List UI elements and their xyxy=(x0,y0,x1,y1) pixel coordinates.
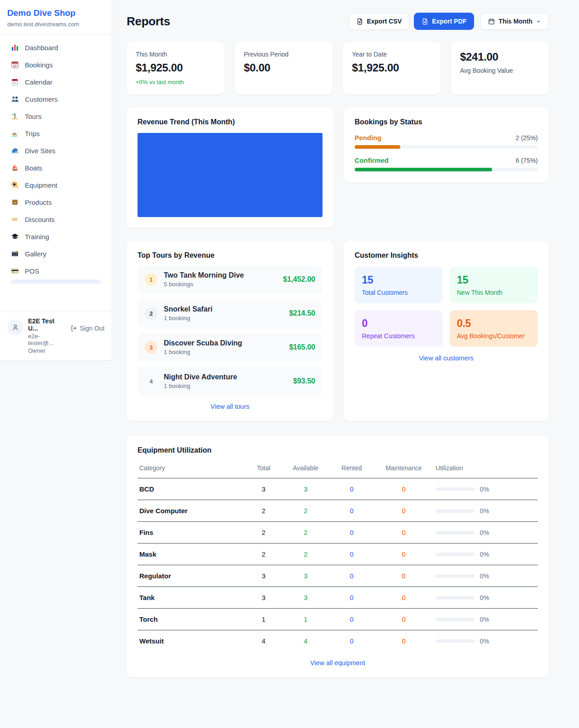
tour-info: Discover Scuba Diving 1 booking xyxy=(164,339,283,355)
equipment-utilization-title: Equipment Utilization xyxy=(138,446,538,454)
sidebar-item-products[interactable]: Products xyxy=(5,194,106,211)
user-role: Owner xyxy=(28,347,66,354)
customer-insights-card: Customer Insights 15 Total Customers 15 … xyxy=(344,241,549,421)
view-all-customers-link[interactable]: View all customers xyxy=(355,355,538,362)
utilization-bar xyxy=(436,639,475,643)
stat-card-year-to-date: Year to Date $1,925.00 xyxy=(343,42,441,95)
table-header-row: Category Total Available Rented Maintena… xyxy=(138,461,538,478)
tour-bookings: 1 booking xyxy=(164,315,283,321)
table-row: Fins 2 2 0 0 0% xyxy=(138,522,538,544)
insight-new-this-month: 15 New This Month xyxy=(450,267,538,303)
stat-label: Previous Period xyxy=(244,51,323,58)
utilization-percent: 0% xyxy=(480,638,489,645)
revenue-trend-bar xyxy=(138,133,323,217)
tour-row[interactable]: 4 Night Dive Adventure 1 booking $93.50 xyxy=(138,367,323,395)
cell-total: 4 xyxy=(246,630,282,652)
column-header-maintenance: Maintenance xyxy=(374,461,434,478)
column-header-category: Category xyxy=(138,461,246,478)
tour-bookings: 1 booking xyxy=(164,349,283,355)
user-meta: E2E Test U... e2e-tester@... Owner xyxy=(28,317,66,354)
cell-category: Wetsuit xyxy=(138,630,246,652)
sailboat-icon xyxy=(11,164,19,172)
insight-label: Avg Bookings/Customer xyxy=(457,332,531,340)
file-download-icon xyxy=(422,18,428,25)
status-count: 2 (25%) xyxy=(516,134,538,142)
export-csv-button[interactable]: Export CSV xyxy=(349,13,409,30)
cell-rented: 0 xyxy=(330,587,374,609)
sidebar-item-training[interactable]: Training xyxy=(5,228,106,245)
tour-info: Snorkel Safari 1 booking xyxy=(164,305,283,321)
cell-maintenance: 0 xyxy=(374,478,434,500)
file-download-icon xyxy=(356,18,363,25)
sidebar-item-label: Gallery xyxy=(25,250,47,258)
sidebar-item-label: Trips xyxy=(25,130,40,137)
camera-icon xyxy=(11,250,19,258)
sidebar-item-boats[interactable]: Boats xyxy=(5,159,106,176)
status-bar-fill xyxy=(355,145,400,149)
sidebar-item-partial-active[interactable] xyxy=(11,279,101,284)
tear-calendar-icon xyxy=(11,78,19,86)
status-bar-fill xyxy=(355,168,492,171)
insight-avg-bookings: 0.5 Avg Bookings/Customer xyxy=(450,310,538,347)
user-section: E2E Test U... e2e-tester@... Owner Sign … xyxy=(0,311,112,360)
utilization-bar xyxy=(436,531,475,534)
view-all-equipment-link[interactable]: View all equipment xyxy=(138,659,538,667)
sign-out-button[interactable]: Sign Out xyxy=(70,325,104,332)
insight-grid: 15 Total Customers 15 New This Month 0 R… xyxy=(355,267,538,347)
sidebar-item-customers[interactable]: Customers xyxy=(5,90,106,108)
sign-out-label: Sign Out xyxy=(80,325,104,332)
sidebar-item-equipment[interactable]: Equipment xyxy=(5,176,106,194)
equipment-table: Category Total Available Rented Maintena… xyxy=(138,461,538,652)
cell-utilization: 0% xyxy=(434,522,538,544)
sidebar-item-bookings[interactable]: 17 Bookings xyxy=(5,56,106,73)
sidebar-item-label: Customers xyxy=(25,95,58,103)
tour-amount: $165.00 xyxy=(289,343,315,351)
cell-category: Dive Computer xyxy=(138,500,246,522)
stat-card-avg-booking-value: $241.00 Avg Booking Value xyxy=(451,42,549,95)
tour-info: Night Dive Adventure 1 booking xyxy=(164,373,287,389)
user-email: e2e-tester@... xyxy=(28,333,66,346)
table-row: Wetsuit 4 4 0 0 0% xyxy=(138,630,538,652)
wave-icon xyxy=(11,147,19,155)
status-bar-track xyxy=(355,145,538,149)
charts-row: Revenue Trend (This Month) Bookings by S… xyxy=(127,107,549,228)
tour-name: Two Tank Morning Dive xyxy=(164,271,277,279)
sidebar-item-discounts[interactable]: Discounts xyxy=(5,211,106,228)
stat-card-previous-period: Previous Period $0.00 xyxy=(235,42,332,95)
tour-row[interactable]: 1 Two Tank Morning Dive 5 bookings $1,45… xyxy=(138,265,323,293)
rank-badge: 2 xyxy=(145,307,157,320)
cell-category: Mask xyxy=(138,544,246,565)
utilization-percent: 0% xyxy=(480,551,489,558)
sidebar-item-dive-sites[interactable]: Dive Sites xyxy=(5,142,106,159)
sidebar-item-gallery[interactable]: Gallery xyxy=(5,245,106,262)
sidebar-item-trips[interactable]: Trips xyxy=(5,125,106,142)
shop-domain: demo.test.divestreams.com xyxy=(7,21,104,28)
tour-bookings: 1 booking xyxy=(164,383,287,389)
view-all-tours-link[interactable]: View all tours xyxy=(138,403,323,410)
utilization-percent: 0% xyxy=(480,529,489,536)
insight-value: 0.5 xyxy=(457,317,531,330)
shop-header: Demo Dive Shop demo.test.divestreams.com xyxy=(0,0,112,34)
tour-info: Two Tank Morning Dive 5 bookings xyxy=(164,271,277,288)
tour-row[interactable]: 2 Snorkel Safari 1 booking $214.50 xyxy=(138,299,323,327)
sidebar-item-calendar[interactable]: Calendar xyxy=(5,73,106,90)
main-content: Reports Export CSV Export PDF This Month… xyxy=(112,0,579,695)
export-pdf-button[interactable]: Export PDF xyxy=(414,13,474,30)
period-select[interactable]: This Month xyxy=(480,13,549,30)
column-header-available: Available xyxy=(282,461,330,478)
tour-row[interactable]: 3 Discover Scuba Diving 1 booking $165.0… xyxy=(138,333,323,361)
cell-utilization: 0% xyxy=(434,544,538,565)
cell-rented: 0 xyxy=(330,500,374,522)
top-tours-title: Top Tours by Revenue xyxy=(138,251,323,260)
sidebar-item-dashboard[interactable]: Dashboard xyxy=(5,39,106,56)
sidebar-item-pos[interactable]: POS xyxy=(5,262,106,279)
export-pdf-label: Export PDF xyxy=(432,18,466,25)
utilization-percent: 0% xyxy=(480,616,489,623)
table-row: Mask 2 2 0 0 0% xyxy=(138,544,538,565)
tour-bookings: 5 bookings xyxy=(164,281,277,288)
shop-name: Demo Dive Shop xyxy=(7,8,104,18)
stat-card-this-month: This Month $1,925.00 +0% vs last month xyxy=(127,42,224,95)
sidebar-item-tours[interactable]: Tours xyxy=(5,108,106,125)
table-row: BCD 3 3 0 0 0% xyxy=(138,478,538,500)
rank-badge: 3 xyxy=(145,341,157,354)
